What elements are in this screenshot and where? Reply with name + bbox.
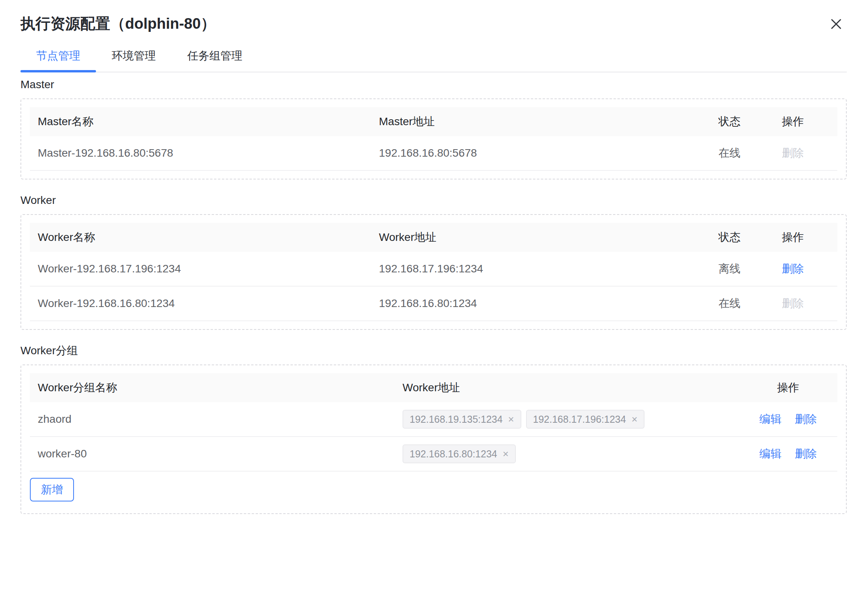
master-addr: 192.168.16.80:5678 [379,147,699,159]
table-row: zhaord 192.168.19.135:1234 × 192.168.17.… [30,402,837,437]
worker-name: Worker-192.168.16.80:1234 [30,297,379,310]
close-icon [830,18,842,30]
table-row: Master-192.168.16.80:5678 192.168.16.80:… [30,136,837,171]
tab-environment-management[interactable]: 环境管理 [96,43,172,72]
col-operation: 操作 [760,114,837,129]
address-tag: 192.168.16.80:1234 × [403,444,516,463]
tab-label: 环境管理 [112,50,156,62]
col-master-addr: Master地址 [379,114,699,129]
tab-node-management[interactable]: 节点管理 [20,43,96,72]
col-worker-addr: Worker地址 [379,230,699,245]
delete-link[interactable]: 删除 [795,446,817,461]
col-status: 状态 [699,230,760,245]
master-name: Master-192.168.16.80:5678 [30,147,379,159]
status-text: 在线 [699,296,760,311]
tab-label: 任务组管理 [187,50,242,62]
edit-link[interactable]: 编辑 [759,446,781,461]
worker-table: Worker名称 Worker地址 状态 操作 Worker-192.168.1… [30,223,837,321]
worker-addr: 192.168.17.196:1234 [379,263,699,275]
col-group-name: Worker分组名称 [30,380,403,395]
add-button[interactable]: 新增 [30,478,74,501]
worker-table-header: Worker名称 Worker地址 状态 操作 [30,223,837,252]
worker-panel: Worker名称 Worker地址 状态 操作 Worker-192.168.1… [20,214,847,330]
table-row: Worker-192.168.17.196:1234 192.168.17.19… [30,252,837,287]
delete-link[interactable]: 删除 [795,412,817,427]
address-tag: 192.168.17.196:1234 × [526,410,645,429]
worker-addr: 192.168.16.80:1234 [379,297,699,310]
col-operation: 操作 [739,380,837,395]
resource-config-dialog: 执行资源配置（dolphin-80） 节点管理 环境管理 任务组管理 Maste… [0,0,868,514]
tag-text: 192.168.17.196:1234 [533,414,626,425]
master-section-title: Master [20,79,847,91]
col-group-addr: Worker地址 [403,380,739,395]
delete-link: 删除 [782,147,804,159]
tab-label: 节点管理 [36,50,80,62]
worker-group-section-title: Worker分组 [20,345,847,357]
worker-group-table-header: Worker分组名称 Worker地址 操作 [30,373,837,402]
col-operation: 操作 [760,230,837,245]
close-button[interactable] [829,17,843,31]
tab-task-group-management[interactable]: 任务组管理 [172,43,258,72]
dialog-title: 执行资源配置（dolphin-80） [20,14,847,33]
tag-remove-icon[interactable]: × [632,414,637,424]
worker-name: Worker-192.168.17.196:1234 [30,263,379,275]
delete-link: 删除 [782,297,804,309]
group-addr-tags: 192.168.19.135:1234 × 192.168.17.196:123… [403,410,739,429]
address-tag: 192.168.19.135:1234 × [403,410,521,429]
tab-bar: 节点管理 环境管理 任务组管理 [20,43,847,72]
col-master-name: Master名称 [30,114,379,129]
tag-remove-icon[interactable]: × [502,449,508,459]
table-row: worker-80 192.168.16.80:1234 × 编辑 删除 [30,437,837,472]
group-addr-tags: 192.168.16.80:1234 × [403,444,739,463]
worker-section-title: Worker [20,194,847,206]
group-name: worker-80 [30,448,403,460]
tag-remove-icon[interactable]: × [508,414,514,424]
master-table: Master名称 Master地址 状态 操作 Master-192.168.1… [30,107,837,171]
master-panel: Master名称 Master地址 状态 操作 Master-192.168.1… [20,98,847,179]
worker-group-panel: Worker分组名称 Worker地址 操作 zhaord 192.168.19… [20,364,847,514]
status-text: 在线 [699,146,760,161]
group-name: zhaord [30,413,403,426]
tag-text: 192.168.16.80:1234 [410,448,497,460]
worker-group-table: Worker分组名称 Worker地址 操作 zhaord 192.168.19… [30,373,837,472]
table-row: Worker-192.168.16.80:1234 192.168.16.80:… [30,287,837,321]
col-status: 状态 [699,114,760,129]
status-text: 离线 [699,261,760,276]
col-worker-name: Worker名称 [30,230,379,245]
delete-link[interactable]: 删除 [782,263,804,275]
tag-text: 192.168.19.135:1234 [410,414,502,425]
master-table-header: Master名称 Master地址 状态 操作 [30,107,837,136]
edit-link[interactable]: 编辑 [759,412,781,427]
